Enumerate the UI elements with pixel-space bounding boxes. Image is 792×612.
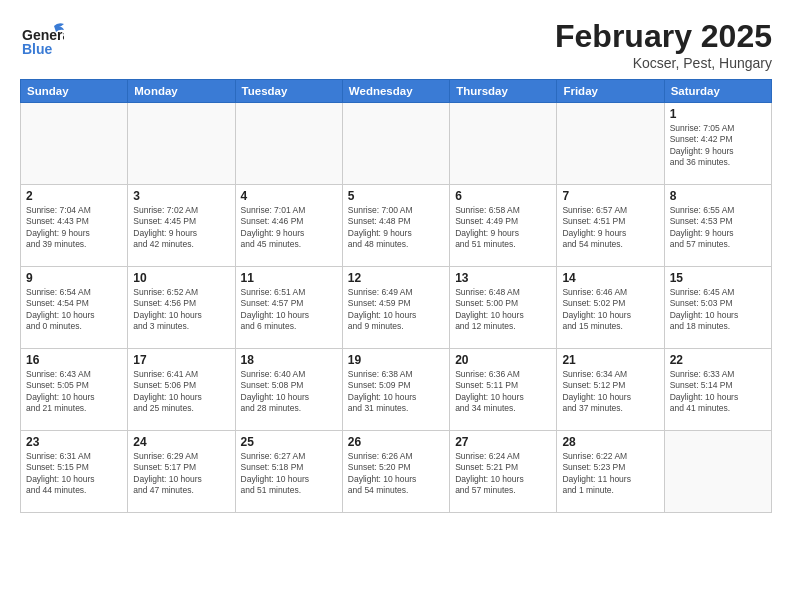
col-saturday: Saturday bbox=[664, 80, 771, 103]
calendar-cell: 1Sunrise: 7:05 AM Sunset: 4:42 PM Daylig… bbox=[664, 103, 771, 185]
day-number: 10 bbox=[133, 271, 229, 285]
day-info: Sunrise: 6:36 AM Sunset: 5:11 PM Dayligh… bbox=[455, 369, 551, 415]
day-number: 20 bbox=[455, 353, 551, 367]
calendar-week-3: 9Sunrise: 6:54 AM Sunset: 4:54 PM Daylig… bbox=[21, 267, 772, 349]
calendar-cell: 17Sunrise: 6:41 AM Sunset: 5:06 PM Dayli… bbox=[128, 349, 235, 431]
calendar-cell: 15Sunrise: 6:45 AM Sunset: 5:03 PM Dayli… bbox=[664, 267, 771, 349]
day-info: Sunrise: 6:22 AM Sunset: 5:23 PM Dayligh… bbox=[562, 451, 658, 497]
calendar-cell: 19Sunrise: 6:38 AM Sunset: 5:09 PM Dayli… bbox=[342, 349, 449, 431]
calendar-cell: 22Sunrise: 6:33 AM Sunset: 5:14 PM Dayli… bbox=[664, 349, 771, 431]
day-info: Sunrise: 6:26 AM Sunset: 5:20 PM Dayligh… bbox=[348, 451, 444, 497]
day-info: Sunrise: 7:01 AM Sunset: 4:46 PM Dayligh… bbox=[241, 205, 337, 251]
calendar-cell: 26Sunrise: 6:26 AM Sunset: 5:20 PM Dayli… bbox=[342, 431, 449, 513]
calendar-cell: 13Sunrise: 6:48 AM Sunset: 5:00 PM Dayli… bbox=[450, 267, 557, 349]
calendar-cell bbox=[235, 103, 342, 185]
day-info: Sunrise: 6:41 AM Sunset: 5:06 PM Dayligh… bbox=[133, 369, 229, 415]
day-info: Sunrise: 7:00 AM Sunset: 4:48 PM Dayligh… bbox=[348, 205, 444, 251]
day-info: Sunrise: 7:02 AM Sunset: 4:45 PM Dayligh… bbox=[133, 205, 229, 251]
day-info: Sunrise: 6:43 AM Sunset: 5:05 PM Dayligh… bbox=[26, 369, 122, 415]
day-info: Sunrise: 6:45 AM Sunset: 5:03 PM Dayligh… bbox=[670, 287, 766, 333]
day-number: 24 bbox=[133, 435, 229, 449]
day-number: 15 bbox=[670, 271, 766, 285]
day-info: Sunrise: 6:24 AM Sunset: 5:21 PM Dayligh… bbox=[455, 451, 551, 497]
day-info: Sunrise: 6:27 AM Sunset: 5:18 PM Dayligh… bbox=[241, 451, 337, 497]
day-info: Sunrise: 6:58 AM Sunset: 4:49 PM Dayligh… bbox=[455, 205, 551, 251]
calendar-week-2: 2Sunrise: 7:04 AM Sunset: 4:43 PM Daylig… bbox=[21, 185, 772, 267]
calendar-cell: 27Sunrise: 6:24 AM Sunset: 5:21 PM Dayli… bbox=[450, 431, 557, 513]
col-tuesday: Tuesday bbox=[235, 80, 342, 103]
calendar-cell: 5Sunrise: 7:00 AM Sunset: 4:48 PM Daylig… bbox=[342, 185, 449, 267]
day-number: 11 bbox=[241, 271, 337, 285]
day-number: 1 bbox=[670, 107, 766, 121]
day-number: 6 bbox=[455, 189, 551, 203]
day-info: Sunrise: 6:46 AM Sunset: 5:02 PM Dayligh… bbox=[562, 287, 658, 333]
day-number: 13 bbox=[455, 271, 551, 285]
calendar-cell: 11Sunrise: 6:51 AM Sunset: 4:57 PM Dayli… bbox=[235, 267, 342, 349]
day-info: Sunrise: 6:29 AM Sunset: 5:17 PM Dayligh… bbox=[133, 451, 229, 497]
day-info: Sunrise: 6:49 AM Sunset: 4:59 PM Dayligh… bbox=[348, 287, 444, 333]
header: General Blue February 2025 Kocser, Pest,… bbox=[20, 18, 772, 71]
calendar-cell bbox=[664, 431, 771, 513]
col-wednesday: Wednesday bbox=[342, 80, 449, 103]
day-info: Sunrise: 7:04 AM Sunset: 4:43 PM Dayligh… bbox=[26, 205, 122, 251]
day-number: 9 bbox=[26, 271, 122, 285]
title-block: February 2025 Kocser, Pest, Hungary bbox=[555, 18, 772, 71]
calendar-week-4: 16Sunrise: 6:43 AM Sunset: 5:05 PM Dayli… bbox=[21, 349, 772, 431]
calendar-cell bbox=[21, 103, 128, 185]
day-info: Sunrise: 6:38 AM Sunset: 5:09 PM Dayligh… bbox=[348, 369, 444, 415]
day-number: 19 bbox=[348, 353, 444, 367]
day-number: 23 bbox=[26, 435, 122, 449]
calendar-cell: 23Sunrise: 6:31 AM Sunset: 5:15 PM Dayli… bbox=[21, 431, 128, 513]
day-number: 26 bbox=[348, 435, 444, 449]
calendar-cell: 4Sunrise: 7:01 AM Sunset: 4:46 PM Daylig… bbox=[235, 185, 342, 267]
day-number: 5 bbox=[348, 189, 444, 203]
logo-icon: General Blue bbox=[20, 18, 64, 62]
day-number: 8 bbox=[670, 189, 766, 203]
day-number: 4 bbox=[241, 189, 337, 203]
day-number: 16 bbox=[26, 353, 122, 367]
day-info: Sunrise: 6:48 AM Sunset: 5:00 PM Dayligh… bbox=[455, 287, 551, 333]
calendar: Sunday Monday Tuesday Wednesday Thursday… bbox=[20, 79, 772, 513]
calendar-cell: 28Sunrise: 6:22 AM Sunset: 5:23 PM Dayli… bbox=[557, 431, 664, 513]
calendar-header: Sunday Monday Tuesday Wednesday Thursday… bbox=[21, 80, 772, 103]
day-info: Sunrise: 6:54 AM Sunset: 4:54 PM Dayligh… bbox=[26, 287, 122, 333]
calendar-cell: 21Sunrise: 6:34 AM Sunset: 5:12 PM Dayli… bbox=[557, 349, 664, 431]
day-number: 27 bbox=[455, 435, 551, 449]
day-info: Sunrise: 6:52 AM Sunset: 4:56 PM Dayligh… bbox=[133, 287, 229, 333]
day-number: 14 bbox=[562, 271, 658, 285]
svg-text:Blue: Blue bbox=[22, 41, 53, 57]
day-number: 22 bbox=[670, 353, 766, 367]
day-number: 18 bbox=[241, 353, 337, 367]
month-title: February 2025 bbox=[555, 18, 772, 55]
calendar-cell bbox=[342, 103, 449, 185]
calendar-cell: 16Sunrise: 6:43 AM Sunset: 5:05 PM Dayli… bbox=[21, 349, 128, 431]
day-number: 28 bbox=[562, 435, 658, 449]
calendar-cell: 24Sunrise: 6:29 AM Sunset: 5:17 PM Dayli… bbox=[128, 431, 235, 513]
calendar-body: 1Sunrise: 7:05 AM Sunset: 4:42 PM Daylig… bbox=[21, 103, 772, 513]
calendar-cell bbox=[128, 103, 235, 185]
day-info: Sunrise: 6:57 AM Sunset: 4:51 PM Dayligh… bbox=[562, 205, 658, 251]
calendar-week-1: 1Sunrise: 7:05 AM Sunset: 4:42 PM Daylig… bbox=[21, 103, 772, 185]
calendar-cell: 10Sunrise: 6:52 AM Sunset: 4:56 PM Dayli… bbox=[128, 267, 235, 349]
day-info: Sunrise: 6:55 AM Sunset: 4:53 PM Dayligh… bbox=[670, 205, 766, 251]
col-friday: Friday bbox=[557, 80, 664, 103]
calendar-cell: 25Sunrise: 6:27 AM Sunset: 5:18 PM Dayli… bbox=[235, 431, 342, 513]
calendar-cell: 18Sunrise: 6:40 AM Sunset: 5:08 PM Dayli… bbox=[235, 349, 342, 431]
logo: General Blue bbox=[20, 18, 64, 62]
location: Kocser, Pest, Hungary bbox=[555, 55, 772, 71]
weekday-row: Sunday Monday Tuesday Wednesday Thursday… bbox=[21, 80, 772, 103]
day-info: Sunrise: 6:40 AM Sunset: 5:08 PM Dayligh… bbox=[241, 369, 337, 415]
day-number: 7 bbox=[562, 189, 658, 203]
day-number: 12 bbox=[348, 271, 444, 285]
calendar-cell bbox=[450, 103, 557, 185]
day-number: 3 bbox=[133, 189, 229, 203]
calendar-cell: 14Sunrise: 6:46 AM Sunset: 5:02 PM Dayli… bbox=[557, 267, 664, 349]
calendar-cell: 6Sunrise: 6:58 AM Sunset: 4:49 PM Daylig… bbox=[450, 185, 557, 267]
calendar-cell bbox=[557, 103, 664, 185]
calendar-cell: 2Sunrise: 7:04 AM Sunset: 4:43 PM Daylig… bbox=[21, 185, 128, 267]
calendar-cell: 8Sunrise: 6:55 AM Sunset: 4:53 PM Daylig… bbox=[664, 185, 771, 267]
day-number: 21 bbox=[562, 353, 658, 367]
day-number: 17 bbox=[133, 353, 229, 367]
calendar-cell: 9Sunrise: 6:54 AM Sunset: 4:54 PM Daylig… bbox=[21, 267, 128, 349]
calendar-week-5: 23Sunrise: 6:31 AM Sunset: 5:15 PM Dayli… bbox=[21, 431, 772, 513]
